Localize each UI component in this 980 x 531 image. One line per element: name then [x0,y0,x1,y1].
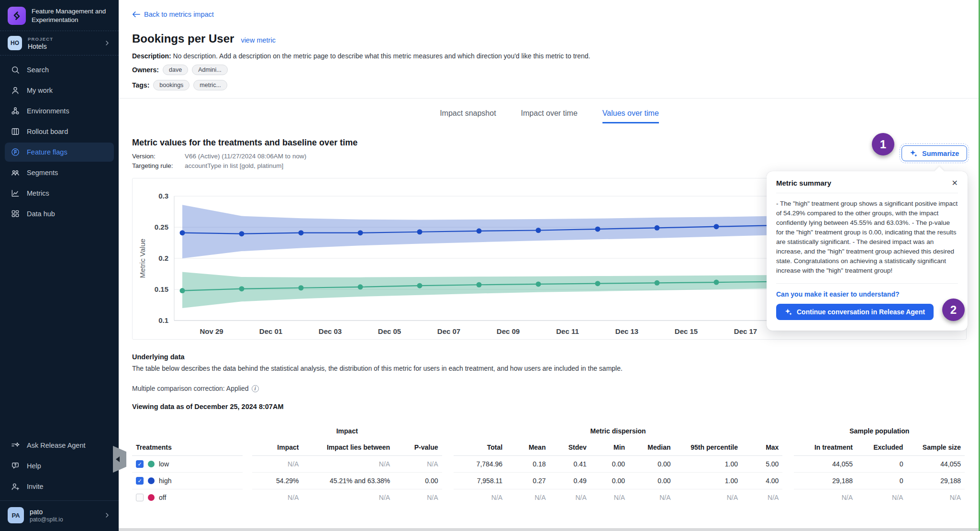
sidebar-item-data-hub[interactable]: Data hub [5,204,114,223]
svg-text:Dec 01: Dec 01 [259,327,282,335]
tab-impact-over-time[interactable]: Impact over time [521,109,578,123]
divider [776,193,958,193]
table-cell: N/A [252,456,302,473]
sidebar-item-label: Help [27,462,41,470]
table-cell: N/A [454,489,506,506]
sidebar: Feature Management and Experimentation H… [0,0,119,531]
targeting-rule-value: accountType in list [gold, platinum] [185,162,283,169]
table-cell: 29,188 [907,473,965,489]
app-logo-row: Feature Management and Experimentation [0,0,119,31]
table-cell: 0 [857,473,907,489]
svg-text:Dec 13: Dec 13 [615,327,638,335]
summarize-button[interactable]: Summarize [902,145,967,161]
targeting-rule-label: Targeting rule: [132,162,185,169]
data-hub-icon [11,209,20,219]
table-cell: N/A [629,489,674,506]
continue-conversation-button[interactable]: Continue conversation in Release Agent [776,304,934,320]
sidebar-item-rollout-board[interactable]: Rollout board [5,122,114,141]
info-icon[interactable]: i [252,385,259,392]
svg-text:0.2: 0.2 [158,254,168,262]
viewing-data-timestamp: Viewing data as of December 25, 2024 8:0… [119,403,980,410]
sidebar-item-label: Data hub [27,210,55,218]
tag-pill: bookings [153,80,189,90]
sidebar-item-invite[interactable]: Invite [5,477,114,496]
project-switcher[interactable]: HO PROJECT Hotels [0,31,119,55]
table-row: ✓high54.29%45.21% and 63.38%0.007,958.11… [132,473,965,489]
annotation-badge-2: 2 [942,299,965,321]
table-cell: 0.00 [629,456,674,473]
sidebar-item-search[interactable]: Search [5,60,114,79]
sidebar-item-label: Invite [27,483,44,490]
column-header: In treatment [794,439,857,456]
table-cell: N/A [394,456,442,473]
column-header: Sample size [907,439,965,456]
collapse-arrow-icon [116,456,120,462]
chevron-right-icon [103,511,111,519]
table-cell: N/A [302,456,394,473]
column-header: Min [590,439,629,456]
my-work-icon [11,86,20,95]
column-header: Median [629,439,674,456]
treatment-color-dot [148,461,155,467]
environments-icon [11,106,20,116]
sidebar-item-label: My work [27,87,53,94]
tag-pill: metric... [193,80,227,90]
svg-text:Dec 05: Dec 05 [378,327,401,335]
sidebar-nav: SearchMy workEnvironmentsRollout boardFe… [0,55,119,225]
column-header: Total [454,439,506,456]
invite-icon [11,482,20,491]
underlying-data-heading: Underlying data [119,353,980,361]
back-to-metrics-impact-link[interactable]: Back to metrics impact [132,11,214,18]
sidebar-item-metrics[interactable]: Metrics [5,184,114,203]
feature-flags-icon [11,147,20,157]
group-header: Impact [252,423,442,439]
table-cell: N/A [302,489,394,506]
sidebar-item-environments[interactable]: Environments [5,101,114,121]
annotation-badge-1: 1 [872,133,894,155]
horizontal-scrollbar[interactable] [119,528,980,531]
column-header: 95th percentile [674,439,742,456]
sidebar-footer-nav: Ask Release AgentHelpInvite [0,436,119,500]
user-menu[interactable]: PA pato pato@split.io [0,500,119,531]
table-cell: 0.41 [549,456,590,473]
tab-impact-snapshot[interactable]: Impact snapshot [440,109,496,123]
table-cell: N/A [674,489,742,506]
treatment-name: off [159,494,166,501]
table-cell: 7,958.11 [454,473,506,489]
section-heading: Metric values for the treatments and bas… [119,138,980,148]
project-badge: HO [8,36,22,50]
easier-to-understand-link[interactable]: Can you make it easier to understand? [776,290,958,298]
arrow-left-icon [132,11,140,18]
svg-text:Dec 07: Dec 07 [437,327,460,335]
treatment-name: high [159,477,171,485]
sidebar-item-my-work[interactable]: My work [5,81,114,100]
sidebar-item-label: Ask Release Agent [27,442,86,449]
view-metric-link[interactable]: view metric [241,36,276,44]
sidebar-item-help[interactable]: Help [5,456,114,476]
sidebar-item-segments[interactable]: Segments [5,163,114,182]
sidebar-item-label: Feature flags [27,148,67,156]
svg-text:Dec 15: Dec 15 [675,327,698,335]
group-header: Metric dispersion [454,423,783,439]
rollout-board-icon [11,127,20,136]
treatment-checkbox[interactable]: ✓ [136,460,144,468]
table-cell: 5.00 [742,456,782,473]
divider [119,98,980,99]
sidebar-item-feature-flags[interactable]: Feature flags [5,143,114,162]
table-cell: 0.00 [394,473,442,489]
table-cell: 29,188 [794,473,857,489]
table-cell: 0.00 [629,473,674,489]
column-header: Impact [252,439,302,456]
tab-values-over-time[interactable]: Values over time [602,109,659,123]
comparison-correction: Multiple comparison correction: Applied … [119,385,980,392]
treatment-checkbox[interactable] [136,494,144,501]
sidebar-item-label: Search [27,66,49,74]
column-header: Treatments [132,439,243,456]
close-icon[interactable]: ✕ [952,179,958,187]
main-content: Back to metrics impact Bookings per User… [119,0,980,531]
tab-bar: Impact snapshotImpact over timeValues ov… [119,109,980,123]
underlying-data-table: ImpactMetric dispersionSample population… [132,423,965,506]
sidebar-item-ask-release-agent[interactable]: Ask Release Agent [5,436,114,455]
table-row: offN/AN/AN/AN/AN/AN/AN/AN/AN/AN/AN/AN/AN… [132,489,965,506]
treatment-checkbox[interactable]: ✓ [136,477,144,485]
